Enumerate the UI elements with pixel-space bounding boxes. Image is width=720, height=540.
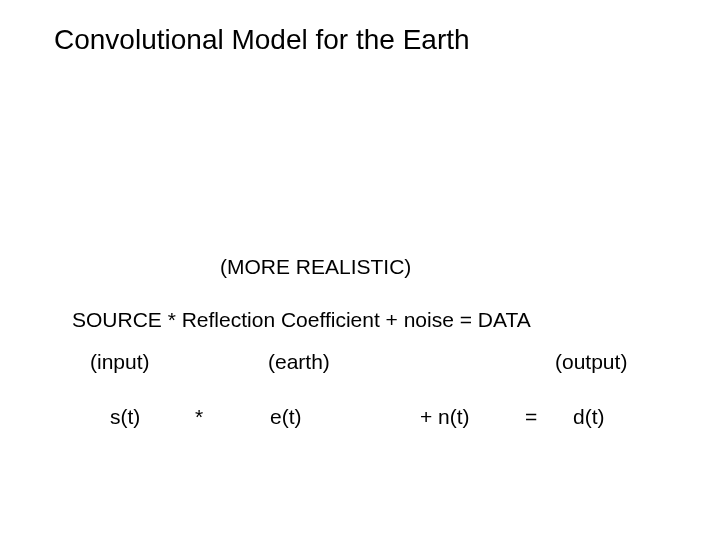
- slide: Convolutional Model for the Earth (MORE …: [0, 0, 720, 540]
- slide-title: Convolutional Model for the Earth: [54, 24, 470, 56]
- symbol-source: s(t): [110, 405, 140, 429]
- symbol-equals: =: [525, 405, 537, 429]
- equation-line: SOURCE * Reflection Coefficient + noise …: [72, 308, 531, 332]
- label-output: (output): [555, 350, 627, 374]
- label-earth: (earth): [268, 350, 330, 374]
- symbol-data: d(t): [573, 405, 605, 429]
- label-input: (input): [90, 350, 150, 374]
- symbol-earth: e(t): [270, 405, 302, 429]
- slide-subtitle: (MORE REALISTIC): [220, 255, 411, 279]
- symbol-convolution: *: [195, 405, 203, 429]
- symbol-noise: + n(t): [420, 405, 470, 429]
